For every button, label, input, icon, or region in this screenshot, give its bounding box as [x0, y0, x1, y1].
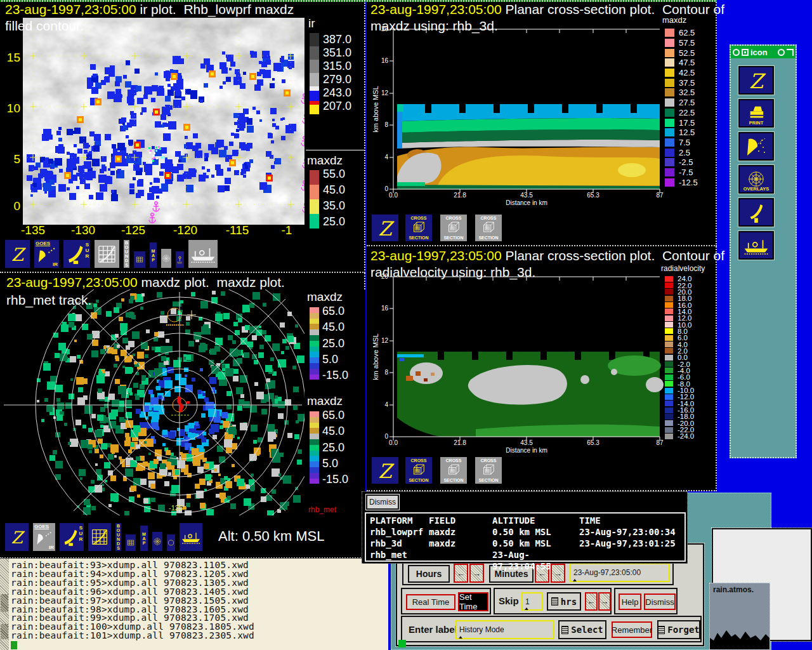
- forget-button[interactable]: Forget: [657, 620, 700, 639]
- label-input[interactable]: History Mode: [455, 620, 554, 639]
- help-dismiss-group: Help Dismiss: [614, 588, 678, 614]
- toolbar-grid-button[interactable]: [87, 522, 112, 552]
- toolbar-buoy-button[interactable]: [174, 250, 185, 269]
- toolbar-overlay-rings-button[interactable]: [151, 531, 164, 552]
- colorbar-swatch: [665, 29, 674, 37]
- toolbar-zebra-button[interactable]: Z: [370, 213, 400, 242]
- colorbar-swatch: [665, 342, 673, 347]
- icon-window-title: icon: [750, 48, 776, 57]
- real-time-button[interactable]: Real Time: [406, 594, 455, 610]
- toolbar-surveillance-button[interactable]: SUR: [58, 522, 85, 552]
- rain-atmos-window[interactable]: rain.atmos.: [709, 583, 770, 650]
- window-button-icon[interactable]: [778, 49, 785, 56]
- window-maximize-icon[interactable]: [787, 49, 794, 56]
- skip-input[interactable]: 1: [521, 592, 543, 611]
- resize-grip[interactable]: [398, 640, 406, 647]
- cross-section-button[interactable]: CROSSSECTION: [439, 456, 468, 485]
- toolbar-label: GOES: [34, 524, 49, 529]
- platform-status-table: PLATFORMFIELDALTITUDETIMErhb_lowprfmaxdz…: [365, 512, 686, 562]
- table-cell: maxdz: [429, 526, 492, 538]
- remember-button[interactable]: Remember: [612, 621, 652, 638]
- overlays-button[interactable]: OVERLAYS: [738, 165, 774, 194]
- colorbar-entry: -7.5: [665, 168, 698, 178]
- skip-forward-button[interactable]: →: [598, 592, 611, 611]
- toolbar-surveillance-button[interactable]: SUR: [62, 239, 91, 269]
- cross-section-button[interactable]: CROSSSECTION: [474, 213, 503, 242]
- zebra-menu-button[interactable]: Z: [738, 66, 774, 95]
- xsec-radialvelocity-plot[interactable]: [378, 259, 665, 457]
- scrollbar-thumb[interactable]: [1, 594, 8, 612]
- ir-satellite-image[interactable]: [23, 18, 306, 225]
- section-label: SECTION: [409, 235, 428, 240]
- xsec1-xlabel: Distance in km: [488, 199, 565, 206]
- window-menu-icon[interactable]: [733, 49, 740, 56]
- minigrid-icon: [135, 255, 144, 264]
- cross-section-button-active[interactable]: CROSSSECTION: [404, 213, 433, 242]
- colorbar-swatch: [665, 308, 673, 314]
- toolbar-small-grid-button[interactable]: [124, 533, 137, 552]
- ppi-colorbar-1-labels: 65.045.025.05.0-15.0: [322, 305, 362, 382]
- help-button[interactable]: Help: [619, 594, 641, 610]
- ppi-bottom-tick: -125: [169, 504, 183, 512]
- skip-back-button[interactable]: ←: [585, 592, 598, 611]
- toolbar-map-button[interactable]: MAP: [139, 524, 149, 552]
- popup-dismiss-button[interactable]: Dismiss: [366, 494, 399, 510]
- select-button[interactable]: Select: [558, 620, 606, 639]
- section-label: SECTION: [478, 235, 498, 240]
- skip-units-button[interactable]: hrs: [547, 592, 581, 611]
- satellite-button[interactable]: [738, 132, 774, 161]
- colorbar-segment: [310, 313, 319, 319]
- toolbar-ship-button[interactable]: [187, 239, 219, 269]
- print-button[interactable]: PRINT: [738, 99, 774, 128]
- colorbar-value: -2.5: [679, 157, 693, 167]
- toolbar-bounds-button[interactable]: BOUNDS: [122, 239, 131, 269]
- colorbar-entry: 52.5: [665, 48, 698, 58]
- xsec-maxdz-plot[interactable]: [378, 11, 665, 209]
- colorbar-divider: [306, 150, 364, 150]
- colorbar-swatch: [665, 158, 674, 166]
- cross-section-button[interactable]: CROSSSECTION: [474, 456, 503, 485]
- toolbar-zebra-button[interactable]: Z: [4, 239, 31, 269]
- set-time-button[interactable]: Set Time: [458, 592, 488, 611]
- ppi-radar-display[interactable]: [1, 289, 304, 515]
- colorbar-value: 27.5: [679, 98, 695, 107]
- toolbar-label: IR: [53, 262, 58, 267]
- toolbar-label: SUR: [78, 525, 83, 542]
- toolbar-ship-button[interactable]: [178, 522, 204, 552]
- radar-antenna-button[interactable]: [738, 198, 774, 227]
- toolbar-goes-ir-button[interactable]: GOESIR: [33, 239, 60, 269]
- cross-label: CROSS: [411, 216, 427, 220]
- table-row: rhb_3dmaxdz0.50 km MSL23-Aug-97,23:01:25: [366, 538, 684, 549]
- colorbar-value: 243.0: [323, 86, 361, 100]
- cross-section-button-active[interactable]: CROSSSECTION: [404, 456, 433, 485]
- colorbar-segment: [310, 411, 319, 417]
- ship-icon: [181, 528, 201, 546]
- toolbar-overlay-rings-button[interactable]: [160, 248, 173, 269]
- maxdz-colorbar: [310, 170, 319, 229]
- ship-button[interactable]: [738, 231, 774, 260]
- scrollbar-thumb[interactable]: [1, 624, 8, 639]
- cross-section-button[interactable]: CROSSSECTION: [439, 213, 468, 242]
- xsec-x-tick: 65.3: [579, 192, 607, 199]
- colorbar-segment: [310, 434, 319, 439]
- cross-label: CROSS: [446, 216, 462, 220]
- terminal-window[interactable]: rain:beaufait:93>xdump.all 970823.1105.x…: [0, 558, 388, 650]
- ir-y-tick: 10: [1, 102, 20, 116]
- cross-label: CROSS: [481, 458, 497, 463]
- dismiss-button[interactable]: Dismiss: [644, 594, 676, 610]
- window-iconify-icon[interactable]: [742, 49, 749, 56]
- toolbar-circle-button[interactable]: [166, 533, 176, 552]
- toolbar-zebra-button[interactable]: Z: [370, 456, 400, 485]
- toolbar-small-grid-button[interactable]: [133, 250, 147, 269]
- toolbar-goes-ir-button[interactable]: GOESIR: [32, 522, 56, 552]
- colorbar-segment: [310, 46, 319, 60]
- icon-window-titlebar[interactable]: icon: [731, 46, 796, 58]
- toolbar-grid-button[interactable]: [93, 239, 121, 269]
- colorbar-segment: [310, 439, 319, 445]
- colorbar-entry: -12.5: [665, 177, 698, 187]
- toolbar-bounds-button[interactable]: BOUNDS: [114, 522, 122, 552]
- colorbar-value: 22.5: [679, 108, 695, 117]
- xsec-y-tick: 4: [374, 401, 388, 408]
- toolbar-map-button[interactable]: MAP: [148, 241, 158, 269]
- toolbar-zebra-button[interactable]: Z: [4, 522, 30, 552]
